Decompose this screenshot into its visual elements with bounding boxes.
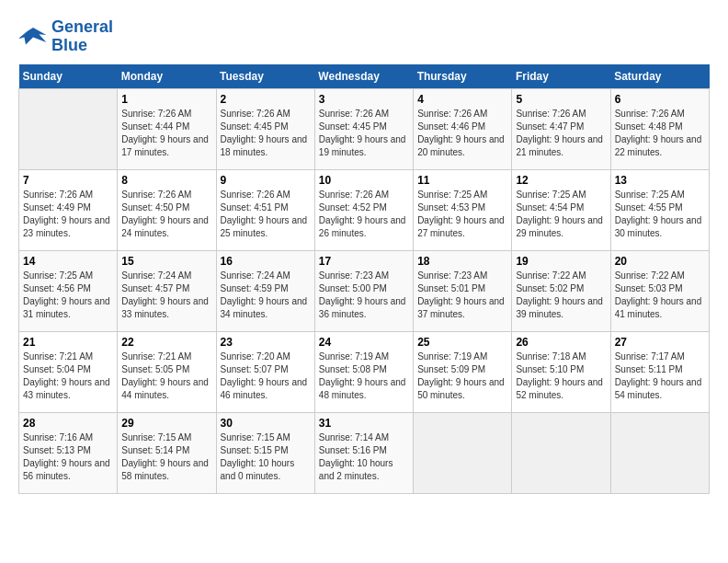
calendar-cell: 5Sunrise: 7:26 AM Sunset: 4:47 PM Daylig… bbox=[512, 88, 610, 169]
day-number: 7 bbox=[23, 174, 113, 187]
day-info: Sunrise: 7:26 AM Sunset: 4:44 PM Dayligh… bbox=[121, 108, 211, 159]
day-number: 5 bbox=[516, 93, 606, 106]
day-info: Sunrise: 7:25 AM Sunset: 4:54 PM Dayligh… bbox=[516, 189, 606, 240]
day-info: Sunrise: 7:20 AM Sunset: 5:07 PM Dayligh… bbox=[221, 350, 311, 402]
day-info: Sunrise: 7:26 AM Sunset: 4:45 PM Dayligh… bbox=[319, 108, 409, 159]
day-number: 14 bbox=[23, 255, 113, 268]
day-info: Sunrise: 7:26 AM Sunset: 4:47 PM Dayligh… bbox=[516, 108, 606, 159]
day-number: 26 bbox=[516, 336, 606, 349]
week-row-5: 28Sunrise: 7:16 AM Sunset: 5:13 PM Dayli… bbox=[19, 412, 710, 493]
calendar-cell: 16Sunrise: 7:24 AM Sunset: 4:59 PM Dayli… bbox=[216, 250, 314, 331]
day-number: 18 bbox=[417, 255, 507, 268]
day-number: 29 bbox=[121, 417, 211, 430]
day-of-week-saturday: Saturday bbox=[610, 64, 709, 89]
week-row-2: 7Sunrise: 7:26 AM Sunset: 4:49 PM Daylig… bbox=[19, 169, 710, 250]
day-number: 21 bbox=[23, 336, 113, 349]
day-of-week-tuesday: Tuesday bbox=[216, 64, 314, 89]
day-number: 27 bbox=[615, 336, 705, 349]
day-number: 16 bbox=[221, 255, 311, 268]
day-number: 10 bbox=[319, 174, 409, 187]
days-of-week-row: SundayMondayTuesdayWednesdayThursdayFrid… bbox=[19, 64, 710, 89]
day-number: 9 bbox=[221, 174, 311, 187]
calendar-cell: 8Sunrise: 7:26 AM Sunset: 4:50 PM Daylig… bbox=[118, 169, 216, 250]
calendar-cell: 25Sunrise: 7:19 AM Sunset: 5:09 PM Dayli… bbox=[414, 331, 512, 412]
calendar-cell: 29Sunrise: 7:15 AM Sunset: 5:14 PM Dayli… bbox=[118, 412, 216, 493]
day-info: Sunrise: 7:22 AM Sunset: 5:02 PM Dayligh… bbox=[516, 270, 606, 321]
day-of-week-sunday: Sunday bbox=[19, 64, 118, 89]
calendar-cell: 3Sunrise: 7:26 AM Sunset: 4:45 PM Daylig… bbox=[314, 88, 413, 169]
week-row-3: 14Sunrise: 7:25 AM Sunset: 4:56 PM Dayli… bbox=[19, 250, 710, 331]
svg-marker-0 bbox=[18, 28, 46, 44]
logo-icon bbox=[18, 24, 48, 50]
day-info: Sunrise: 7:25 AM Sunset: 4:53 PM Dayligh… bbox=[417, 189, 507, 240]
day-number: 11 bbox=[417, 174, 507, 187]
calendar-cell: 7Sunrise: 7:26 AM Sunset: 4:49 PM Daylig… bbox=[19, 169, 118, 250]
day-info: Sunrise: 7:17 AM Sunset: 5:11 PM Dayligh… bbox=[615, 350, 705, 402]
calendar-cell bbox=[414, 412, 512, 493]
day-info: Sunrise: 7:24 AM Sunset: 4:59 PM Dayligh… bbox=[221, 270, 311, 321]
calendar-cell: 30Sunrise: 7:15 AM Sunset: 5:15 PM Dayli… bbox=[216, 412, 314, 493]
calendar-cell: 18Sunrise: 7:23 AM Sunset: 5:01 PM Dayli… bbox=[414, 250, 512, 331]
day-of-week-friday: Friday bbox=[512, 64, 610, 89]
calendar-cell: 12Sunrise: 7:25 AM Sunset: 4:54 PM Dayli… bbox=[512, 169, 610, 250]
day-of-week-wednesday: Wednesday bbox=[314, 64, 413, 89]
day-info: Sunrise: 7:26 AM Sunset: 4:51 PM Dayligh… bbox=[221, 189, 311, 240]
day-number: 22 bbox=[121, 336, 211, 349]
logo: General Blue bbox=[18, 18, 113, 55]
calendar-cell bbox=[512, 412, 610, 493]
day-info: Sunrise: 7:26 AM Sunset: 4:48 PM Dayligh… bbox=[615, 108, 705, 159]
day-number: 31 bbox=[319, 417, 409, 430]
calendar-cell: 26Sunrise: 7:18 AM Sunset: 5:10 PM Dayli… bbox=[512, 331, 610, 412]
logo-text: General Blue bbox=[51, 18, 113, 55]
day-number: 19 bbox=[516, 255, 606, 268]
calendar-cell: 27Sunrise: 7:17 AM Sunset: 5:11 PM Dayli… bbox=[610, 331, 709, 412]
day-number: 6 bbox=[615, 93, 705, 106]
calendar-cell: 13Sunrise: 7:25 AM Sunset: 4:55 PM Dayli… bbox=[610, 169, 709, 250]
day-number: 23 bbox=[221, 336, 311, 349]
page-header: General Blue bbox=[18, 18, 710, 55]
day-info: Sunrise: 7:19 AM Sunset: 5:08 PM Dayligh… bbox=[319, 350, 409, 402]
day-number: 28 bbox=[23, 417, 113, 430]
day-number: 3 bbox=[319, 93, 409, 106]
week-row-1: 1Sunrise: 7:26 AM Sunset: 4:44 PM Daylig… bbox=[19, 88, 710, 169]
day-info: Sunrise: 7:15 AM Sunset: 5:15 PM Dayligh… bbox=[221, 431, 311, 483]
calendar-cell: 14Sunrise: 7:25 AM Sunset: 4:56 PM Dayli… bbox=[19, 250, 118, 331]
day-info: Sunrise: 7:21 AM Sunset: 5:05 PM Dayligh… bbox=[121, 350, 211, 402]
calendar-cell: 1Sunrise: 7:26 AM Sunset: 4:44 PM Daylig… bbox=[118, 88, 216, 169]
day-number: 15 bbox=[121, 255, 211, 268]
calendar-cell: 20Sunrise: 7:22 AM Sunset: 5:03 PM Dayli… bbox=[610, 250, 709, 331]
day-info: Sunrise: 7:23 AM Sunset: 5:00 PM Dayligh… bbox=[319, 270, 409, 321]
day-info: Sunrise: 7:19 AM Sunset: 5:09 PM Dayligh… bbox=[417, 350, 507, 402]
calendar-cell: 9Sunrise: 7:26 AM Sunset: 4:51 PM Daylig… bbox=[216, 169, 314, 250]
day-info: Sunrise: 7:15 AM Sunset: 5:14 PM Dayligh… bbox=[121, 431, 211, 483]
day-info: Sunrise: 7:26 AM Sunset: 4:49 PM Dayligh… bbox=[23, 189, 113, 240]
day-info: Sunrise: 7:23 AM Sunset: 5:01 PM Dayligh… bbox=[417, 270, 507, 321]
day-info: Sunrise: 7:25 AM Sunset: 4:56 PM Dayligh… bbox=[23, 270, 113, 321]
day-info: Sunrise: 7:26 AM Sunset: 4:52 PM Dayligh… bbox=[319, 189, 409, 240]
day-info: Sunrise: 7:25 AM Sunset: 4:55 PM Dayligh… bbox=[615, 189, 705, 240]
day-info: Sunrise: 7:18 AM Sunset: 5:10 PM Dayligh… bbox=[516, 350, 606, 402]
calendar-cell: 10Sunrise: 7:26 AM Sunset: 4:52 PM Dayli… bbox=[314, 169, 413, 250]
calendar-cell: 15Sunrise: 7:24 AM Sunset: 4:57 PM Dayli… bbox=[118, 250, 216, 331]
calendar-body: 1Sunrise: 7:26 AM Sunset: 4:44 PM Daylig… bbox=[19, 88, 710, 493]
calendar-cell: 28Sunrise: 7:16 AM Sunset: 5:13 PM Dayli… bbox=[19, 412, 118, 493]
calendar-table: SundayMondayTuesdayWednesdayThursdayFrid… bbox=[18, 64, 710, 494]
day-number: 24 bbox=[319, 336, 409, 349]
day-info: Sunrise: 7:26 AM Sunset: 4:45 PM Dayligh… bbox=[221, 108, 311, 159]
day-info: Sunrise: 7:14 AM Sunset: 5:16 PM Dayligh… bbox=[319, 431, 409, 483]
calendar-cell bbox=[610, 412, 709, 493]
day-number: 13 bbox=[615, 174, 705, 187]
calendar-cell: 24Sunrise: 7:19 AM Sunset: 5:08 PM Dayli… bbox=[314, 331, 413, 412]
calendar-cell: 31Sunrise: 7:14 AM Sunset: 5:16 PM Dayli… bbox=[314, 412, 413, 493]
calendar-cell: 19Sunrise: 7:22 AM Sunset: 5:02 PM Dayli… bbox=[512, 250, 610, 331]
day-info: Sunrise: 7:21 AM Sunset: 5:04 PM Dayligh… bbox=[23, 350, 113, 402]
calendar-cell: 6Sunrise: 7:26 AM Sunset: 4:48 PM Daylig… bbox=[610, 88, 709, 169]
calendar-cell: 21Sunrise: 7:21 AM Sunset: 5:04 PM Dayli… bbox=[19, 331, 118, 412]
day-number: 4 bbox=[417, 93, 507, 106]
day-info: Sunrise: 7:16 AM Sunset: 5:13 PM Dayligh… bbox=[23, 431, 113, 483]
day-number: 8 bbox=[121, 174, 211, 187]
day-info: Sunrise: 7:26 AM Sunset: 4:50 PM Dayligh… bbox=[121, 189, 211, 240]
calendar-cell: 11Sunrise: 7:25 AM Sunset: 4:53 PM Dayli… bbox=[414, 169, 512, 250]
calendar-cell: 22Sunrise: 7:21 AM Sunset: 5:05 PM Dayli… bbox=[118, 331, 216, 412]
day-number: 12 bbox=[516, 174, 606, 187]
